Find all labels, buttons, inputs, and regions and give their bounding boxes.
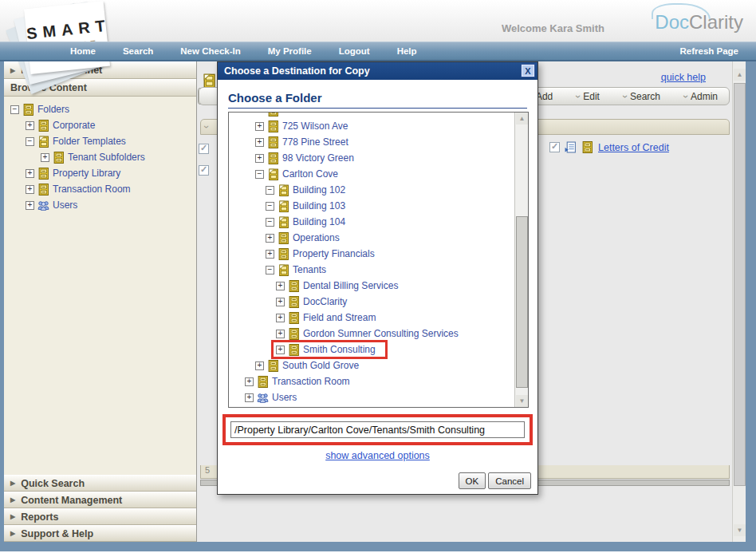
tree-item[interactable]: Building 103 <box>229 198 514 214</box>
users-icon <box>257 392 269 404</box>
tree-toggle-icon[interactable] <box>245 377 254 386</box>
tree-item[interactable]: Property Library <box>4 165 196 181</box>
tree-toggle-icon[interactable] <box>276 298 285 306</box>
nav-item[interactable]: My Profile <box>268 46 312 56</box>
tree-toggle-icon[interactable] <box>276 314 285 322</box>
chevron-right-icon: ▶ <box>10 480 15 487</box>
tree-toggle-icon[interactable] <box>255 122 264 131</box>
tree-toggle-icon[interactable] <box>245 393 254 402</box>
tree-item[interactable]: 98 Victory Green <box>229 150 514 166</box>
tree-item[interactable]: Users <box>4 197 196 213</box>
accordion-label: Reports <box>21 512 58 523</box>
tree-item[interactable]: Folder Templates <box>4 133 196 149</box>
tree-toggle-icon[interactable] <box>26 201 34 210</box>
tree-item[interactable]: Field and Stream <box>229 310 514 326</box>
destination-path-input[interactable] <box>230 421 525 438</box>
toolbar-menu-item[interactable]: ›Search <box>624 91 660 102</box>
row-checkbox[interactable] <box>549 142 560 152</box>
toolbar-menu-item[interactable]: ›Edit <box>577 91 600 102</box>
tree-item[interactable]: Tenant Subfolders <box>4 149 196 165</box>
tree-toggle-icon[interactable] <box>255 154 264 163</box>
scrollbar-thumb[interactable] <box>734 83 746 486</box>
tree-toggle-icon[interactable] <box>266 186 274 195</box>
tree-toggle-icon[interactable] <box>26 121 34 130</box>
tree-item-inner: Gordon Sumner Consulting Services <box>276 326 459 342</box>
tree-item[interactable]: Folders <box>4 101 196 117</box>
tree-scrollbar[interactable]: ▲ ▼ <box>514 113 528 407</box>
close-icon[interactable]: X <box>522 65 534 77</box>
cancel-button[interactable]: Cancel <box>488 472 531 489</box>
sidebar-accordion-item[interactable]: ▶ Support & Help <box>4 525 196 542</box>
tree-item-inner: Tenants <box>266 262 326 278</box>
tree-toggle-icon[interactable] <box>255 170 264 179</box>
tree-item[interactable]: Corporate <box>4 117 196 133</box>
tree-item[interactable]: Smith Consulting <box>229 342 514 357</box>
quick-help-link[interactable]: quick help <box>661 72 706 83</box>
sidebar-accordion-item[interactable]: ▶ Reports <box>4 508 196 525</box>
tree-toggle-icon[interactable] <box>26 137 34 146</box>
refresh-page-link[interactable]: Refresh Page <box>679 46 738 56</box>
document-link[interactable]: Letters of Credit <box>598 142 669 153</box>
toolbar-menu-label: Search <box>630 91 660 102</box>
tree-item-inner: Property Library <box>26 165 120 181</box>
sidebar-accordions: ▶ Quick Search ▶ Content Management ▶ Re… <box>4 475 196 542</box>
toolbar-menu-item[interactable]: ›Admin <box>684 91 718 102</box>
row-checkbox[interactable] <box>199 165 209 176</box>
tree-item-label: Operations <box>293 232 340 243</box>
chevron-down-icon[interactable]: › <box>201 125 212 128</box>
cabinet-icon <box>288 296 300 308</box>
tree-toggle-icon[interactable] <box>276 282 285 290</box>
chevron-right-icon: ▶ <box>10 513 15 520</box>
scroll-down-icon[interactable]: ▼ <box>516 395 528 407</box>
scrollbar-thumb[interactable] <box>516 216 528 388</box>
tree-item[interactable]: Tenants <box>229 262 514 278</box>
tree-item[interactable]: Carlton Cove <box>229 166 514 182</box>
nav-item[interactable]: Home <box>70 46 96 56</box>
tree-item[interactable]: Operations <box>229 230 514 246</box>
tree-item[interactable]: 725 Wilson Ave <box>229 118 514 134</box>
cabinet-template-icon <box>37 136 49 148</box>
tree-item[interactable]: South Gold Grove <box>229 357 514 373</box>
tree-item[interactable]: Building 104 <box>229 214 514 230</box>
tree-item[interactable] <box>229 113 514 118</box>
tree-toggle-icon[interactable] <box>266 218 274 227</box>
tree-toggle-icon[interactable] <box>41 153 49 162</box>
tree-item[interactable]: Transaction Room <box>4 181 196 197</box>
row-checkbox[interactable] <box>199 144 209 154</box>
tree-toggle-icon[interactable] <box>255 361 264 370</box>
tree-item[interactable]: Building 102 <box>229 182 514 198</box>
tree-toggle-icon[interactable] <box>266 234 274 243</box>
sidebar-accordion-item[interactable]: ▶ Quick Search <box>4 475 196 492</box>
tree-toggle-icon[interactable] <box>266 250 274 259</box>
nav-item[interactable]: Help <box>397 46 417 56</box>
show-advanced-options-link[interactable]: show advanced options <box>325 450 430 461</box>
scroll-down-icon[interactable]: ▼ <box>734 524 746 536</box>
tree-toggle-icon[interactable] <box>266 202 274 211</box>
tree-toggle-icon[interactable] <box>276 346 285 354</box>
ok-button[interactable]: OK <box>459 472 486 489</box>
tree-item[interactable]: Users <box>229 389 514 405</box>
scroll-up-icon[interactable]: ▲ <box>516 113 528 124</box>
cabinet-icon <box>37 184 49 196</box>
sidebar-accordion-item[interactable]: ▶ Content Management <box>4 492 196 508</box>
tree-toggle-icon[interactable] <box>266 266 274 275</box>
tree-item[interactable]: Gordon Sumner Consulting Services <box>229 326 514 342</box>
page-scrollbar[interactable]: ▲ ▼ <box>732 61 746 542</box>
tree-item-inner: Corporate <box>26 117 95 133</box>
nav-item[interactable]: New Check-In <box>180 46 240 56</box>
tree-item[interactable]: Property Financials <box>229 246 514 262</box>
cabinet-icon <box>288 312 300 324</box>
tree-item[interactable]: DocClarity <box>229 294 514 310</box>
tree-toggle-icon[interactable] <box>26 185 34 194</box>
tree-item[interactable]: 778 Pine Street <box>229 134 514 150</box>
tree-item-label: Tenants <box>293 264 326 275</box>
tree-toggle-icon[interactable] <box>276 330 285 338</box>
tree-toggle-icon[interactable] <box>10 105 19 114</box>
tree-item[interactable]: Transaction Room <box>229 373 514 389</box>
tree-toggle-icon[interactable] <box>26 169 34 178</box>
nav-item[interactable]: Search <box>123 46 153 56</box>
tree-toggle-icon[interactable] <box>255 138 264 147</box>
scroll-up-icon[interactable]: ▲ <box>734 69 746 81</box>
nav-item[interactable]: Logout <box>339 46 370 56</box>
tree-item[interactable]: Dental Billing Services <box>229 278 514 294</box>
